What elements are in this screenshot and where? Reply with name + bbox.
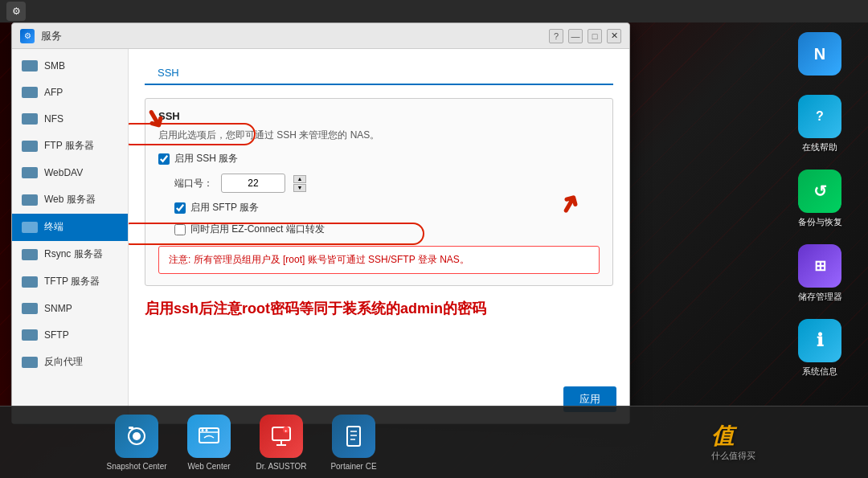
sidebar-item-nfs[interactable]: NFS [12,106,128,133]
enable-ezconnect-wrapper: 同时启用 EZ-Connect 端口转发 [174,223,325,236]
desktop-icon-storage[interactable]: ⊞ 储存管理器 [788,244,852,303]
enable-ssh-row: 启用 SSH 服务 [158,152,600,165]
svg-text:+: + [285,428,288,433]
ftp-icon [22,140,38,153]
snapshot-icon [115,415,158,458]
taskbar-app-asustor[interactable]: + Dr. ASUSTOR [249,415,313,471]
sysinfo-icon: ℹ [798,319,841,362]
ftp-label: FTP 服务器 [44,139,94,153]
webcenter-label: Web Center [187,462,230,471]
desktop-icons-area: N ? 在线帮助 ↺ 备份与恢复 ⊞ 储存管理器 ℹ 系统信息 [788,32,852,378]
asustor-label: Dr. ASUSTOR [256,462,306,471]
enable-ezconnect-checkbox[interactable] [174,224,186,235]
desktop-icon-map[interactable]: N [788,32,852,79]
rsync-icon [22,248,38,261]
enable-ssh-wrapper: 启用 SSH 服务 [158,152,238,165]
enable-sftp-checkbox[interactable] [174,202,186,214]
reverse-label: 反向代理 [44,355,83,369]
svg-point-1 [133,432,141,440]
enable-sftp-row: 启用 SFTP 服务 [174,201,600,214]
close-button[interactable]: ✕ [607,29,621,43]
asustor-icon: + [260,415,303,458]
desktop-icon-backup[interactable]: ↺ 备份与恢复 [788,170,852,228]
terminal-label: 终端 [44,220,63,234]
minimize-button[interactable]: — [568,29,583,43]
sidebar-item-web[interactable]: Web 服务器 [12,186,128,214]
portainer-label: Portainer CE [330,462,376,471]
svg-rect-11 [347,427,360,446]
enable-ssh-checkbox[interactable] [158,153,170,165]
enable-sftp-wrapper: 启用 SFTP 服务 [174,201,259,214]
smb-icon [22,59,38,72]
sidebar-item-rsync[interactable]: Rsync 服务器 [12,241,128,268]
window-content: SMB AFP NFS FTP 服务器 WebDAV Web 服务器 [12,49,629,423]
zdm-subtitle: 什么值得买 [711,450,755,462]
sidebar-item-terminal[interactable]: 终端 [12,214,128,241]
tftp-label: TFTP 服务器 [44,275,100,288]
tftp-icon [22,276,38,288]
storage-icon: ⊞ [798,244,841,288]
ssh-section-desc: 启用此选项后，您即可通过 SSH 来管理您的 NAS。 [158,129,600,142]
rsync-label: Rsync 服务器 [44,247,103,261]
snapshot-label: Snapshot Center [106,462,166,471]
window-titlebar: ⚙ 服务 ? — □ ✕ [12,23,629,49]
web-icon [22,194,38,206]
sidebar-item-tftp[interactable]: TFTP 服务器 [12,268,128,296]
taskbar-app-webcenter[interactable]: Web Center [177,415,241,471]
help-label: 在线帮助 [802,141,837,153]
help-button[interactable]: ? [549,29,563,43]
sftp-label: SFTP [44,329,69,341]
terminal-icon [22,221,38,234]
ssh-section-title: SSH [158,110,600,122]
port-input[interactable] [221,174,285,193]
port-increment-button[interactable]: ▲ [293,175,306,183]
backup-label: 备份与恢复 [798,216,842,228]
sidebar-item-reverse[interactable]: 反向代理 [12,349,128,376]
sidebar-item-afp[interactable]: AFP [12,80,128,106]
sidebar-item-ftp[interactable]: FTP 服务器 [12,133,128,160]
svg-point-4 [202,429,204,431]
svg-rect-2 [129,427,133,429]
snmp-label: SNMP [44,303,72,314]
taskbar-logo: ⚙ [6,2,26,21]
annotation-text: 启用ssh后注意root密码等同于装系统的admin的密码 [145,299,613,318]
afp-label: AFP [44,87,63,98]
web-label: Web 服务器 [44,193,96,206]
smb-label: SMB [44,60,65,71]
taskbar-app-snapshot[interactable]: Snapshot Center [104,415,169,471]
desktop-icon-help[interactable]: ? 在线帮助 [788,95,852,153]
reverse-icon [22,356,38,369]
svg-point-5 [206,429,208,431]
portainer-icon [332,415,375,458]
sidebar-item-sftp[interactable]: SFTP [12,322,128,349]
port-decrement-button[interactable]: ▼ [293,184,306,192]
afp-icon [22,86,38,99]
map-icon: N [798,32,841,76]
tab-bar: SSH [145,62,613,85]
sftp-icon [22,329,38,341]
sidebar-item-snmp[interactable]: SNMP [12,296,128,322]
window-controls: ? — □ ✕ [549,29,621,43]
backup-icon: ↺ [798,170,841,213]
taskbar-top: ⚙ [0,0,868,22]
enable-ezconnect-row: 同时启用 EZ-Connect 端口转发 [174,223,600,236]
port-label: 端口号： [174,177,213,190]
webcenter-icon [187,415,231,458]
sidebar-item-smb[interactable]: SMB [12,53,128,80]
port-spinner: ▲ ▼ [293,175,306,192]
nfs-icon [22,112,38,125]
taskbar-app-portainer[interactable]: Portainer CE [321,415,386,471]
desktop-icon-sysinfo[interactable]: ℹ 系统信息 [788,319,852,378]
warning-text: 注意: 所有管理员组用户及 [root] 账号皆可通过 SSH/SFTP 登录 … [169,254,469,265]
window-title: 服务 [41,29,549,43]
sidebar-item-webdav[interactable]: WebDAV [12,160,128,186]
window-title-icon: ⚙ [20,29,35,43]
enable-ezconnect-label: 同时启用 EZ-Connect 端口转发 [190,223,325,236]
maximize-button[interactable]: □ [588,29,602,43]
zdm-logo: 值 什么值得买 [711,421,755,462]
tab-ssh[interactable]: SSH [145,62,192,85]
warning-box: 注意: 所有管理员组用户及 [root] 账号皆可通过 SSH/SFTP 登录 … [158,246,600,274]
webdav-icon [22,166,38,179]
services-dialog: ⚙ 服务 ? — □ ✕ SMB AFP NFS [11,22,630,424]
enable-sftp-label: 启用 SFTP 服务 [190,201,259,214]
